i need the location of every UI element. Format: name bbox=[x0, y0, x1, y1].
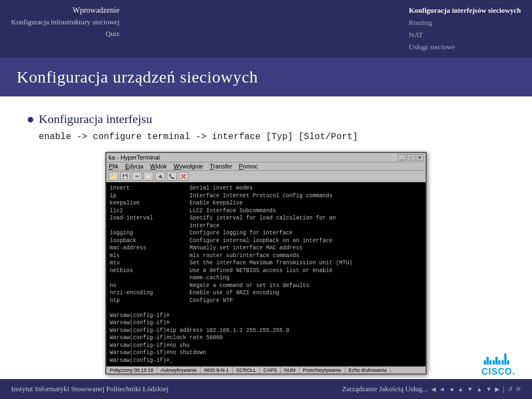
nav-item-quiz[interactable]: Quiz bbox=[105, 28, 119, 40]
nav-item-routing[interactable]: Routing bbox=[409, 17, 432, 29]
menu-transfer[interactable]: Transfer bbox=[209, 163, 232, 170]
cisco-logo: CISCO. bbox=[482, 354, 515, 377]
cisco-bars bbox=[482, 354, 515, 366]
toolbar-btn-6[interactable]: 📞 bbox=[167, 172, 177, 181]
nav-up-icon[interactable]: ▲ bbox=[458, 386, 464, 392]
nav-refresh-icon[interactable]: ↺ bbox=[508, 386, 513, 393]
terminal-menubar: Plik Edycja Widok Wywołgnie Transfer Pom… bbox=[106, 162, 426, 171]
nav-item-nat[interactable]: NAT bbox=[409, 29, 423, 41]
nav-home-icon[interactable]: ⟳ bbox=[516, 386, 521, 393]
nav-right-end-icon[interactable]: ▲ bbox=[477, 386, 483, 392]
status-connected: Połączony 00:15:18 bbox=[106, 367, 157, 374]
menu-edycja[interactable]: Edycja bbox=[125, 163, 144, 170]
toolbar-btn-2[interactable]: 💾 bbox=[120, 172, 130, 181]
terminal-window[interactable]: ka - HyperTerminal _ □ ✕ Plik Edycja Wid… bbox=[105, 152, 427, 375]
svg-rect-3 bbox=[493, 360, 495, 365]
nav-next-icon[interactable]: ▶ bbox=[495, 386, 499, 393]
minimize-button[interactable]: _ bbox=[398, 154, 406, 161]
command-display: enable -> configure terminal -> interfac… bbox=[39, 132, 504, 142]
menu-wywolanie[interactable]: Wywołgnie bbox=[173, 163, 203, 170]
bottom-bar: Instytut Informatyki Stosowanej Politech… bbox=[0, 379, 532, 399]
nav-right: Konfiguracja interfejsów sieciowych Rout… bbox=[409, 4, 521, 53]
toolbar-btn-7[interactable]: ❌ bbox=[178, 172, 188, 181]
nav-separator: | bbox=[503, 385, 504, 393]
svg-rect-2 bbox=[489, 360, 492, 365]
toolbar-btn-4[interactable]: 📋 bbox=[144, 172, 154, 181]
toolbar-btn-1[interactable]: 📁 bbox=[109, 172, 119, 181]
menu-plik[interactable]: Plik bbox=[109, 163, 119, 170]
nav-left: Wprowadzenie Konfiguracja infrastruktury… bbox=[11, 4, 120, 40]
menu-widok[interactable]: Widok bbox=[150, 163, 167, 170]
nav-item-interfaces-active[interactable]: Konfiguracja interfejsów sieciowych bbox=[409, 4, 521, 17]
status-baud: 9600 8-N-1 bbox=[201, 367, 233, 374]
toolbar-btn-3[interactable]: ✂ bbox=[132, 172, 142, 181]
nav-right-icon[interactable]: ▼ bbox=[486, 386, 492, 392]
section-header: Konfiguracja interfejsu bbox=[28, 112, 504, 126]
nav-prev-icon[interactable]: ◀ bbox=[431, 386, 436, 393]
top-navigation: Wprowadzenie Konfiguracja infrastruktury… bbox=[0, 0, 532, 58]
terminal-toolbar: 📁 💾 ✂ 📋 🔌 📞 ❌ bbox=[106, 171, 426, 182]
status-caps: CAPS bbox=[260, 367, 281, 374]
status-scroll: SCROLL bbox=[233, 367, 260, 374]
svg-rect-1 bbox=[487, 357, 489, 365]
bottom-left-text: Instytut Informatyki Stosowanej Politech… bbox=[11, 385, 168, 393]
page-title: Konfiguracja urządzeń sieciowych bbox=[17, 68, 515, 86]
terminal-titlebar: ka - HyperTerminal _ □ ✕ bbox=[106, 153, 426, 162]
toolbar-btn-5[interactable]: 🔌 bbox=[155, 172, 165, 181]
svg-rect-5 bbox=[498, 360, 500, 365]
close-button[interactable]: ✕ bbox=[416, 154, 423, 161]
main-content: Konfiguracja interfejsu enable -> config… bbox=[0, 96, 532, 380]
terminal-body[interactable]: invert Serial invert modes ip Interface … bbox=[106, 182, 426, 366]
svg-rect-8 bbox=[507, 360, 509, 365]
titlebar-left: ka - HyperTerminal bbox=[109, 154, 160, 161]
svg-rect-0 bbox=[484, 360, 486, 365]
status-echo: Echo drukowania bbox=[345, 367, 391, 374]
nav-left-icon[interactable]: ◄ bbox=[439, 386, 445, 392]
section-title-text: Konfiguracja interfejsu bbox=[39, 112, 152, 126]
nav-right-start-icon[interactable]: ◄ bbox=[448, 386, 454, 392]
status-auto: Autowykrywanie bbox=[157, 367, 201, 374]
svg-rect-6 bbox=[502, 360, 504, 365]
cisco-bars-svg bbox=[484, 354, 513, 366]
nav-item-konfiguracja-infra[interactable]: Konfiguracja infrastruktury sieciowej bbox=[11, 17, 120, 28]
svg-rect-4 bbox=[495, 357, 498, 365]
svg-rect-7 bbox=[504, 354, 507, 365]
menu-pomoc[interactable]: Pomoc bbox=[239, 163, 258, 170]
terminal-statusbar: Połączony 00:15:18 Autowykrywanie 9600 8… bbox=[106, 366, 426, 374]
header-banner: Konfiguracja urządzeń sieciowych bbox=[0, 58, 532, 96]
nav-item-wprowadzenie[interactable]: Wprowadzenie bbox=[73, 4, 120, 17]
terminal-wrapper: ka - HyperTerminal _ □ ✕ Plik Edycja Wid… bbox=[28, 152, 504, 375]
bottom-right-text: Zarządzanie Jakością Usług... bbox=[342, 385, 428, 393]
cisco-text-label: CISCO. bbox=[482, 367, 515, 377]
window-controls: _ □ ✕ bbox=[398, 154, 423, 161]
bottom-nav-controls: Zarządzanie Jakością Usług... ◀ ◄ ◄ ▲ ▼ … bbox=[342, 385, 521, 393]
maximize-button[interactable]: □ bbox=[407, 154, 415, 161]
terminal-title: ka - HyperTerminal bbox=[109, 154, 160, 161]
status-num: NUM bbox=[281, 367, 300, 374]
nav-down-icon[interactable]: ▼ bbox=[467, 386, 473, 392]
status-capture: Przechwytywanie bbox=[299, 367, 345, 374]
nav-item-uslugi[interactable]: Usługi sieciowe bbox=[409, 41, 455, 53]
bullet-icon bbox=[28, 117, 33, 122]
